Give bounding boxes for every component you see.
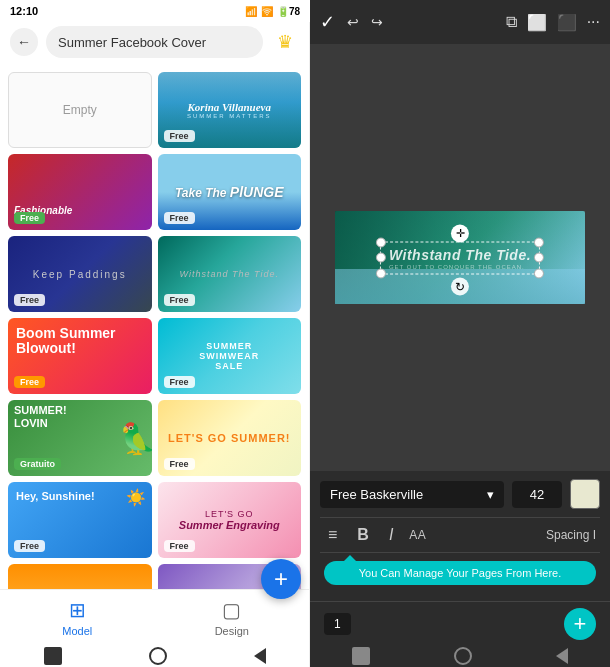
nav-circle-icon	[149, 647, 167, 665]
t6-badge: Free	[14, 376, 45, 388]
aa-label[interactable]: AA	[409, 528, 426, 542]
layers-icon[interactable]: ⧉	[506, 13, 517, 31]
font-size-input[interactable]: 42	[512, 481, 562, 508]
page-number: 1	[324, 613, 351, 635]
handle-ml[interactable]	[376, 253, 386, 263]
add-page-icon: +	[574, 611, 587, 637]
t8-text: SUMMER!LOVIN	[14, 404, 67, 430]
template-item-6[interactable]: Boom SummerBlowout! Free	[8, 318, 152, 394]
template-item-7[interactable]: SUMMER SWIMWEAR SALE Free	[158, 318, 302, 394]
design-icon: ▢	[222, 598, 241, 622]
header-search[interactable]: Summer Facebook Cover	[46, 26, 263, 58]
t1-badge: Free	[164, 130, 195, 142]
template-grid: Empty Korina Villanueva SUMMER MATTERS F…	[0, 66, 309, 589]
template-item-11[interactable]: LET'S GO Summer Engraving Free	[158, 482, 302, 558]
right-bottom-bar: 1 +	[310, 601, 610, 645]
right-bottom-nav	[310, 645, 610, 667]
t10-text: Hey, Sunshine!	[16, 490, 95, 502]
t3-badge: Free	[164, 212, 195, 224]
check-icon[interactable]: ✓	[320, 11, 335, 33]
bottom-tabs: ⊞ Model ▢ Design	[0, 589, 309, 645]
crown-icon[interactable]: ♛	[271, 28, 299, 56]
undo-icon[interactable]: ↩	[347, 14, 359, 30]
tab-design-label: Design	[215, 625, 249, 637]
font-selector[interactable]: Free Baskerville ▾	[320, 481, 504, 508]
template-item-12[interactable]: The NextWave! 🌊 Free	[8, 564, 152, 589]
back-button[interactable]: ←	[10, 28, 38, 56]
rotate-handle[interactable]: ↻	[451, 277, 469, 295]
right-nav-square	[352, 647, 370, 665]
t7-line2: SWIMWEAR	[199, 351, 259, 361]
more-icon[interactable]: ···	[587, 13, 600, 31]
align-button[interactable]: ≡	[324, 524, 341, 546]
template-item-9[interactable]: LET'S GO SUMMER! Free	[158, 400, 302, 476]
italic-button[interactable]: I	[385, 524, 397, 546]
template-item-4[interactable]: Keep Paddings Free	[8, 236, 152, 312]
tooltip-bubble: You Can Manage Your Pages From Here.	[324, 561, 596, 585]
right-nav-circle	[454, 647, 472, 665]
toolbar-right: ⧉ ⬜ ⬛ ···	[506, 13, 600, 32]
signal-icon: 📶	[245, 6, 257, 17]
tooltip-text: You Can Manage Your Pages From Here.	[359, 567, 562, 579]
empty-label: Empty	[63, 103, 97, 117]
battery-icon: 🔋78	[277, 6, 300, 17]
t10-sun: ☀️	[126, 488, 146, 507]
t4-badge: Free	[14, 294, 45, 306]
header-title: Summer Facebook Cover	[58, 35, 206, 50]
handle-tl[interactable]	[376, 237, 386, 247]
canvas-main-text: Withstand The Tide.	[389, 246, 531, 262]
editing-area: Free Baskerville ▾ 42 ≡ B I AA Spacing I…	[310, 471, 610, 601]
top-toolbar: ✓ ↩ ↪ ⧉ ⬜ ⬛ ···	[310, 0, 610, 44]
status-icons: 📶 🛜 🔋78	[245, 6, 300, 17]
t1-sub: SUMMER MATTERS	[187, 113, 272, 119]
t11-badge: Free	[164, 540, 195, 552]
t8-badge: Gratuito	[14, 458, 61, 470]
font-row: Free Baskerville ▾ 42	[320, 479, 600, 509]
template-item-10[interactable]: Hey, Sunshine! ☀️ Free	[8, 482, 152, 558]
template-item-empty[interactable]: Empty	[8, 72, 152, 148]
t11-line2: Summer Engraving	[179, 519, 280, 531]
status-bar: 12:10 📶 🛜 🔋78	[0, 0, 310, 22]
t5-text: Withstand The Tide.	[180, 269, 279, 279]
move-handle[interactable]: ✛	[451, 224, 469, 242]
t7-line3: SALE	[215, 361, 243, 371]
nav-back-icon[interactable]	[254, 648, 266, 664]
t9-badge: Free	[164, 458, 195, 470]
handle-mr[interactable]	[534, 253, 544, 263]
bold-button[interactable]: B	[353, 524, 373, 546]
copy-icon[interactable]: ⬜	[527, 13, 547, 32]
spacing-label[interactable]: Spacing I	[546, 528, 596, 542]
model-icon: ⊞	[69, 598, 86, 622]
t4-text: Keep Paddings	[33, 269, 127, 280]
font-name: Free Baskerville	[330, 487, 423, 502]
t7-line1: SUMMER	[206, 341, 252, 351]
font-size-value: 42	[530, 487, 544, 502]
canvas-text-box[interactable]: ✛ Withstand The Tide. GET OUT TO CONQUER…	[380, 241, 540, 274]
fab-add-button[interactable]: +	[261, 559, 301, 599]
t10-badge: Free	[14, 540, 45, 552]
t5-badge: Free	[164, 294, 195, 306]
add-page-button[interactable]: +	[564, 608, 596, 640]
t6-text: Boom SummerBlowout!	[16, 326, 116, 357]
t2-badge: Free	[14, 212, 45, 224]
redo-icon[interactable]: ↪	[371, 14, 383, 30]
template-item-3[interactable]: Take The PlUNGE Free	[158, 154, 302, 230]
template-item-2[interactable]: Fashionable Free	[8, 154, 152, 230]
tab-model[interactable]: ⊞ Model	[0, 590, 155, 645]
template-item-5[interactable]: Withstand The Tide. Free	[158, 236, 302, 312]
t9-text: LET'S GO SUMMER!	[168, 432, 291, 444]
canvas-template[interactable]: ✛ Withstand The Tide. GET OUT TO CONQUER…	[335, 211, 585, 304]
wifi-icon: 🛜	[261, 6, 273, 17]
right-nav-back[interactable]	[556, 648, 568, 664]
trash-icon[interactable]: ⬛	[557, 13, 577, 32]
template-item-8[interactable]: SUMMER!LOVIN 🦜 Gratuito	[8, 400, 152, 476]
template-item-1[interactable]: Korina Villanueva SUMMER MATTERS Free	[158, 72, 302, 148]
time: 12:10	[10, 5, 38, 17]
nav-square-icon	[44, 647, 62, 665]
t3-text: Take The PlUNGE	[175, 184, 284, 200]
color-swatch[interactable]	[570, 479, 600, 509]
handle-bl[interactable]	[376, 268, 386, 278]
canvas-area[interactable]: ✛ Withstand The Tide. GET OUT TO CONQUER…	[310, 44, 610, 471]
left-panel: 12:10 📶 🛜 🔋78 ← Summer Facebook Cover ♛ …	[0, 0, 310, 667]
canvas-sub-text: GET OUT TO CONQUER THE OCEAN.	[389, 263, 531, 269]
